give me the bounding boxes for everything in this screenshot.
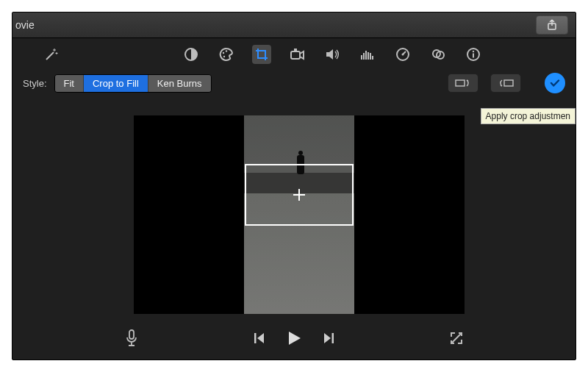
magic-wand-icon[interactable]: [42, 45, 61, 64]
share-button[interactable]: [536, 15, 568, 35]
next-icon: [322, 332, 335, 345]
fullscreen-button[interactable]: [449, 331, 464, 346]
voiceover-mic-button[interactable]: [124, 329, 139, 348]
transport-bar: [12, 317, 576, 360]
adjustment-toolbar: [12, 38, 576, 71]
svg-rect-16: [129, 330, 134, 339]
svg-point-2: [223, 52, 224, 54]
crop-icon[interactable]: [252, 45, 271, 64]
info-icon[interactable]: [464, 45, 483, 64]
next-frame-button[interactable]: [322, 332, 335, 345]
svg-point-3: [226, 50, 227, 51]
titlebar: ovie: [12, 12, 576, 38]
svg-point-12: [473, 51, 474, 52]
microphone-icon: [124, 329, 139, 348]
fullscreen-icon: [449, 331, 464, 346]
rotate-ccw-button[interactable]: [448, 74, 478, 93]
play-button[interactable]: [285, 329, 303, 347]
rotate-cw-icon: [497, 77, 514, 89]
volume-icon[interactable]: [323, 45, 342, 64]
play-icon: [285, 329, 303, 347]
svg-point-8: [402, 54, 404, 56]
video-preview[interactable]: [134, 115, 465, 314]
crop-handle-tl[interactable]: [245, 164, 255, 174]
svg-rect-6: [294, 49, 297, 51]
speed-gauge-icon[interactable]: [393, 45, 412, 64]
window-title: ovie: [12, 19, 35, 31]
equalizer-icon[interactable]: [358, 45, 377, 64]
svg-point-4: [223, 56, 225, 57]
share-icon: [547, 19, 557, 31]
rotate-cw-button[interactable]: [490, 74, 521, 93]
crop-style-row: Style: Fit Crop to Fill Ken Burns: [12, 71, 576, 96]
crop-handle-tr[interactable]: [343, 164, 354, 174]
previous-frame-button[interactable]: [253, 332, 266, 345]
previous-icon: [253, 332, 266, 345]
svg-rect-17: [254, 333, 257, 343]
rotate-ccw-icon: [454, 77, 472, 89]
apply-crop-button[interactable]: [545, 73, 565, 93]
checkmark-icon: [549, 77, 561, 89]
camera-icon[interactable]: [287, 45, 306, 64]
crop-handle-bl[interactable]: [245, 215, 255, 226]
svg-rect-15: [504, 80, 513, 86]
svg-rect-5: [291, 51, 300, 59]
crop-rectangle[interactable]: [245, 164, 354, 226]
style-option-fit[interactable]: Fit: [55, 75, 83, 92]
svg-rect-13: [473, 54, 474, 58]
svg-rect-14: [456, 80, 465, 86]
crop-handle-br[interactable]: [343, 215, 354, 226]
svg-rect-18: [332, 333, 334, 343]
app-window: ovie: [12, 12, 576, 360]
crop-center-cross: [293, 189, 305, 201]
style-option-crop-to-fill[interactable]: Crop to Fill: [83, 75, 148, 92]
style-option-ken-burns[interactable]: Ken Burns: [148, 75, 211, 92]
balance-icon[interactable]: [182, 45, 201, 64]
apply-crop-tooltip: Apply crop adjustmen: [481, 108, 576, 124]
color-palette-icon[interactable]: [217, 45, 236, 64]
style-segmented-control: Fit Crop to Fill Ken Burns: [54, 74, 212, 93]
style-label: Style:: [23, 78, 47, 89]
filter-overlap-icon[interactable]: [429, 45, 448, 64]
